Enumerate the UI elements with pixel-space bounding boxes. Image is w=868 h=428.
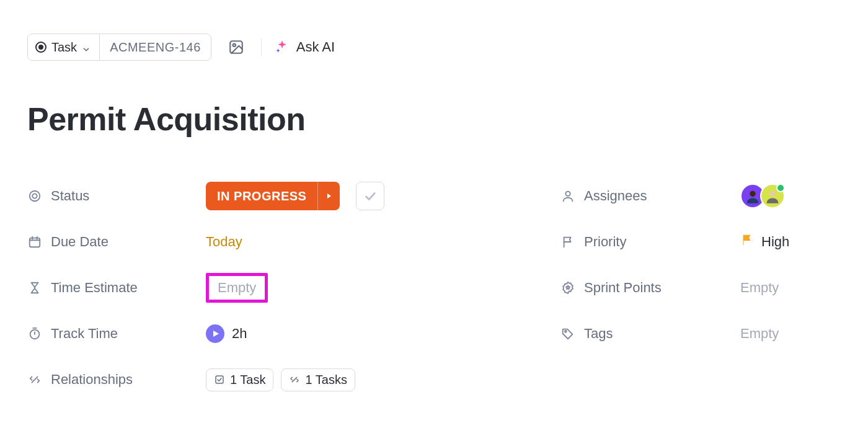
vertical-divider	[261, 38, 262, 56]
svg-point-9	[565, 192, 570, 196]
star-badge-icon	[560, 280, 575, 295]
task-details: Status IN PROGRESS Due Date	[27, 181, 841, 411]
svg-point-11	[769, 191, 775, 197]
ask-ai-label: Ask AI	[296, 39, 335, 55]
field-assignees: Assignees	[560, 181, 841, 211]
chevron-down-icon	[82, 43, 91, 51]
status-pill[interactable]: IN PROGRESS	[206, 182, 340, 210]
field-relationships: Relationships 1 Task 1 Tasks	[27, 365, 536, 395]
sprint-points-value[interactable]: Empty	[740, 280, 779, 296]
svg-point-10	[750, 191, 755, 197]
due-date-label[interactable]: Due Date	[27, 234, 206, 250]
relationship-chip-blocked[interactable]: 1 Task	[206, 368, 273, 391]
svg-rect-8	[216, 376, 223, 383]
svg-point-1	[232, 44, 235, 47]
priority-value[interactable]: High	[740, 233, 789, 251]
field-status: Status IN PROGRESS	[27, 181, 536, 211]
ask-ai-button[interactable]: Ask AI	[274, 39, 335, 55]
stopwatch-icon	[27, 326, 42, 341]
svg-point-3	[32, 194, 37, 198]
task-type-pill-group: Task ACMEENG-146	[27, 33, 211, 61]
calendar-icon	[27, 234, 42, 249]
field-tags: Tags Empty	[560, 319, 841, 349]
relationships-icon	[27, 372, 42, 387]
status-label[interactable]: Status	[27, 188, 206, 204]
complete-task-checkbox[interactable]	[356, 182, 384, 210]
track-time-label[interactable]: Track Time	[27, 326, 206, 342]
presence-indicator	[776, 184, 785, 192]
play-icon[interactable]	[206, 324, 224, 343]
field-time-estimate: Time Estimate Empty	[27, 273, 536, 303]
breadcrumb: Task ACMEENG-146 Ask AI	[27, 33, 841, 61]
tag-icon	[560, 326, 575, 341]
svg-point-2	[30, 191, 40, 202]
cover-image-button[interactable]	[224, 35, 249, 60]
target-icon	[27, 189, 42, 203]
status-advance-button[interactable]	[317, 182, 340, 210]
field-priority: Priority High	[560, 227, 841, 257]
task-type-icon	[35, 42, 46, 53]
svg-marker-7	[213, 331, 219, 337]
field-sprint-points: Sprint Points Empty	[560, 273, 841, 303]
sparkle-icon	[274, 39, 290, 55]
time-estimate-value[interactable]: Empty	[206, 273, 268, 303]
task-id[interactable]: ACMEENG-146	[100, 34, 211, 60]
task-type-dropdown[interactable]: Task	[28, 34, 100, 60]
svg-marker-4	[327, 194, 331, 198]
assignees-label[interactable]: Assignees	[560, 188, 740, 204]
page-title[interactable]: Permit Acquisition	[27, 100, 841, 138]
relationship-chip-linked[interactable]: 1 Tasks	[281, 368, 355, 391]
time-estimate-label[interactable]: Time Estimate	[27, 280, 206, 296]
tags-label[interactable]: Tags	[560, 326, 740, 342]
field-track-time: Track Time 2h	[27, 319, 536, 349]
priority-label[interactable]: Priority	[560, 234, 740, 250]
relationships-label[interactable]: Relationships	[27, 372, 206, 388]
sprint-points-label[interactable]: Sprint Points	[560, 280, 740, 296]
hourglass-icon	[27, 280, 42, 295]
track-time-value[interactable]: 2h	[206, 324, 247, 343]
flag-filled-icon	[740, 233, 754, 251]
task-type-label: Task	[51, 40, 77, 55]
field-due-date: Due Date Today	[27, 227, 536, 257]
svg-rect-5	[30, 238, 40, 247]
avatar[interactable]	[760, 184, 785, 208]
assignees-value[interactable]	[740, 184, 785, 208]
due-date-value[interactable]: Today	[206, 234, 242, 250]
status-value: IN PROGRESS	[206, 182, 317, 210]
flag-outline-icon	[560, 234, 575, 249]
person-icon	[560, 189, 575, 203]
tags-value[interactable]: Empty	[740, 326, 779, 342]
svg-point-12	[565, 331, 567, 332]
